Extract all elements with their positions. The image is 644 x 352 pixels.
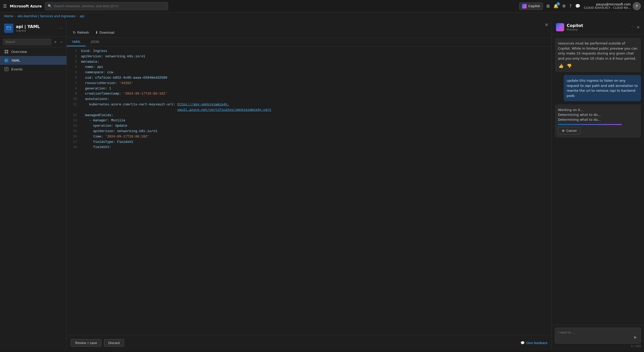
content-area: ✕ ↻ Refresh ⬇ Download YAML JSON 1 kind:… bbox=[67, 20, 552, 350]
bottom-bar: Review + save Discard 💬 Give feedback bbox=[67, 335, 552, 350]
code-line-8: 8 generation: 1 bbox=[67, 86, 552, 91]
feedback-icon[interactable]: 💬 bbox=[575, 4, 580, 8]
notification-icon[interactable]: 🔔 5 bbox=[553, 4, 559, 8]
copilot-button-label: Copilot bbox=[528, 4, 540, 8]
breadcrumb-aks[interactable]: aks-learnlive | Services and ingresses bbox=[17, 14, 75, 18]
yaml-editor[interactable]: 1 kind: Ingress 2 apiVersion: networking… bbox=[67, 47, 552, 335]
download-icon: ⬇ bbox=[95, 31, 98, 34]
help-icon[interactable]: ? bbox=[569, 4, 572, 8]
copilot-logo bbox=[556, 23, 564, 31]
user-info[interactable]: pauyu@microsoft.com CLOUD ADVOCACY - CLO… bbox=[584, 2, 641, 10]
code-line-15: 15 apiVersion: networking.k8s.io/v1 bbox=[67, 129, 552, 134]
content-close-row: ✕ bbox=[67, 20, 552, 27]
topbar-right: Copilot ⊞ 🔔 5 ⚙ ? 💬 pauyu@microsoft.com … bbox=[519, 2, 641, 10]
tab-json[interactable]: JSON bbox=[86, 38, 104, 46]
copilot-user-message-1: update this ingress to listen on any req… bbox=[564, 75, 641, 101]
copilot-more-button[interactable]: ··· bbox=[631, 25, 634, 30]
copilot-button[interactable]: Copilot bbox=[519, 3, 543, 10]
breadcrumb: Home › aks-learnlive | Services and ingr… bbox=[0, 12, 644, 20]
user-org: CLOUD ADVOCACY - CLOUD NA... bbox=[584, 6, 631, 10]
copilot-header: Copilot Preview ··· ✕ bbox=[552, 20, 644, 35]
search-icon: 🔍 bbox=[48, 4, 52, 8]
sidebar-item-events-label: Events bbox=[11, 67, 23, 71]
sidebar-item-overview-label: Overview bbox=[11, 50, 27, 54]
copilot-gem-icon bbox=[522, 4, 527, 8]
review-save-button[interactable]: Review + save bbox=[71, 339, 101, 347]
user-text-block: pauyu@microsoft.com CLOUD ADVOCACY - CLO… bbox=[584, 3, 631, 10]
copilot-close-button[interactable]: ✕ bbox=[637, 25, 640, 30]
brand-name: Microsoft Azure bbox=[10, 4, 42, 8]
copilot-thumbs: 👍 👎 bbox=[558, 63, 638, 69]
cancel-button[interactable]: ⊗ Cancel bbox=[558, 127, 580, 134]
code-line-12: 12 managedFields: bbox=[67, 113, 552, 118]
global-search-bar: 🔍 bbox=[45, 2, 168, 10]
sidebar-item-events[interactable]: Events bbox=[0, 65, 66, 73]
resource-more-button[interactable]: ··· bbox=[59, 26, 62, 30]
sidebar-collapse-icon[interactable]: « bbox=[59, 40, 63, 44]
sidebar-item-overview[interactable]: Overview bbox=[0, 47, 66, 56]
code-line-14: 14 operation: Update bbox=[67, 123, 552, 129]
resource-title-block: api | YAML Ingress bbox=[16, 24, 40, 32]
copilot-working-step-2: Determining what to do... bbox=[558, 112, 638, 117]
refresh-label: Refresh bbox=[77, 31, 89, 34]
code-line-17: 17 fieldsType: FieldsV1 bbox=[67, 140, 552, 145]
code-line-11: 11 kubernetes.azure.com/tls-cert-keyvaul… bbox=[67, 102, 552, 113]
copilot-header-text: Copilot Preview bbox=[567, 23, 583, 31]
sidebar-item-yaml[interactable]: Y YAML bbox=[0, 56, 66, 65]
copilot-header-actions: ··· ✕ bbox=[631, 25, 640, 30]
code-line-6: 6 uid: cfa71cec-b852-4c85-aaaa-65840ed32… bbox=[67, 75, 552, 81]
breadcrumb-sep-2: › bbox=[77, 14, 78, 18]
avatar[interactable]: P bbox=[633, 2, 641, 10]
discard-button[interactable]: Discard bbox=[104, 339, 124, 347]
code-line-7: 7 resourceVersion: '44202' bbox=[67, 81, 552, 86]
resource-title: api | YAML bbox=[16, 24, 40, 29]
hamburger-icon[interactable]: ☰ bbox=[3, 4, 7, 8]
global-search-input[interactable] bbox=[54, 4, 165, 8]
code-line-9: 9 creationTimestamp: '2024-09-17T18:08:1… bbox=[67, 91, 552, 97]
terminal-icon[interactable]: ⊞ bbox=[546, 4, 550, 8]
svg-rect-4 bbox=[7, 50, 8, 51]
ingress-svg-icon bbox=[6, 26, 11, 31]
sidebar-search-bar: ✕ « bbox=[0, 37, 66, 47]
code-line-5: 5 namespace: ccw bbox=[67, 70, 552, 75]
send-icon: ➤ bbox=[633, 335, 637, 340]
tabs: YAML JSON bbox=[67, 38, 552, 47]
resource-header: api | YAML Ingress ··· bbox=[0, 20, 66, 37]
copilot-working-message: Working on it... Determining what to do.… bbox=[555, 104, 641, 137]
copilot-title: Copilot bbox=[567, 23, 583, 28]
feedback-icon-inline: 💬 bbox=[521, 341, 525, 345]
refresh-button[interactable]: ↻ Refresh bbox=[71, 30, 91, 35]
copilot-working-step-1: Working on it... bbox=[558, 107, 638, 112]
sidebar-search-input[interactable] bbox=[3, 39, 51, 45]
overview-icon bbox=[4, 49, 9, 54]
copilot-user-text-1: update this ingress to listen on any req… bbox=[567, 79, 638, 98]
sidebar-item-yaml-label: YAML bbox=[11, 59, 20, 62]
sidebar-nav: Overview Y YAML Events bbox=[0, 47, 66, 350]
cancel-icon: ⊗ bbox=[562, 129, 565, 133]
content-toolbar: ↻ Refresh ⬇ Download bbox=[67, 27, 552, 38]
cancel-label: Cancel bbox=[566, 129, 576, 133]
copilot-input-field[interactable] bbox=[558, 330, 631, 341]
thumbs-up-button[interactable]: 👍 bbox=[558, 63, 564, 69]
code-line-13: 13 - manager: Mozilla bbox=[67, 118, 552, 123]
settings-icon[interactable]: ⚙ bbox=[562, 4, 566, 8]
code-line-3: 3 metadata: bbox=[67, 59, 552, 65]
thumbs-down-button[interactable]: 👎 bbox=[566, 63, 572, 69]
copilot-messages: resources must be performed outside of C… bbox=[552, 35, 644, 325]
resource-icon bbox=[4, 24, 13, 33]
tab-yaml[interactable]: YAML bbox=[67, 38, 86, 46]
svg-rect-5 bbox=[5, 52, 6, 53]
copilot-send-button[interactable]: ➤ bbox=[633, 334, 638, 341]
copilot-input-area: ➤ 0 / 500 bbox=[552, 325, 644, 350]
breadcrumb-api[interactable]: api bbox=[80, 14, 84, 18]
content-close-button[interactable]: ✕ bbox=[545, 22, 549, 27]
yaml-icon: Y bbox=[4, 58, 9, 63]
user-email: pauyu@microsoft.com bbox=[584, 3, 631, 6]
download-button[interactable]: ⬇ Download bbox=[93, 30, 117, 35]
code-line-18: 18 fieldsV1: bbox=[67, 145, 552, 150]
main-layout: api | YAML Ingress ··· ✕ « Overview Y YA… bbox=[0, 20, 644, 350]
sidebar-clear-icon[interactable]: ✕ bbox=[53, 40, 58, 44]
give-feedback-button[interactable]: 💬 Give feedback bbox=[521, 341, 547, 345]
breadcrumb-home[interactable]: Home bbox=[4, 14, 13, 18]
svg-rect-0 bbox=[7, 26, 11, 30]
